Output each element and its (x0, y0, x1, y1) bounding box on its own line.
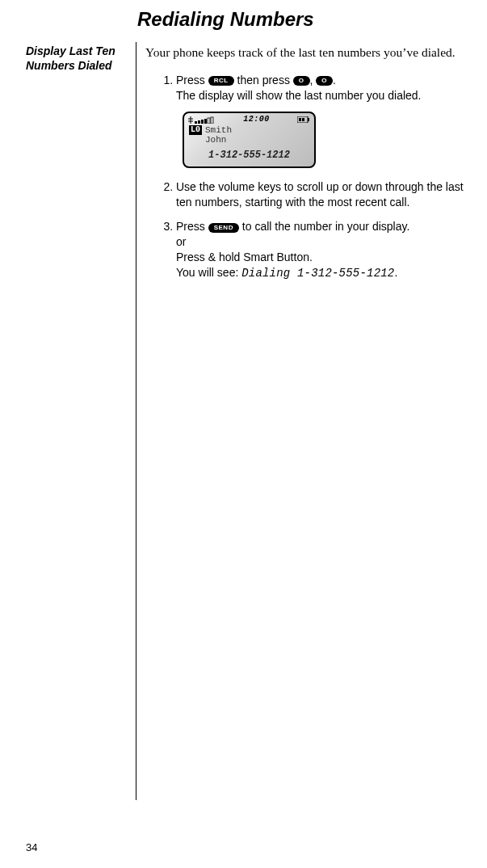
dialing-readout: Dialing 1-312-555-1212 (241, 267, 394, 280)
status-time: 12:00 (243, 114, 270, 125)
step3-text-a: Press (176, 220, 208, 233)
battery-icon (297, 116, 310, 123)
send-key-icon: SEND (208, 223, 239, 233)
svg-rect-10 (299, 118, 301, 121)
step-3: Press SEND to call the number in your di… (176, 219, 468, 281)
page-number: 34 (26, 841, 37, 853)
svg-rect-7 (208, 118, 210, 124)
svg-rect-11 (302, 118, 304, 121)
contact-first-name: John (205, 135, 226, 145)
step3-line3a: You will see: (176, 266, 241, 279)
step3-line3c: . (394, 266, 397, 279)
svg-rect-5 (201, 120, 204, 124)
step3-or: or (176, 235, 186, 248)
steps-list: Press RCL then press O, O. The display w… (145, 73, 468, 281)
phone-display-illustration: 12:00 L0 Smith John 1-312-555 (183, 112, 316, 168)
status-bar: 12:00 (188, 116, 310, 124)
step1-text-b: then press (234, 74, 293, 86)
step1-text-c: , (310, 74, 317, 86)
zero-key-icon: O (293, 76, 310, 86)
rcl-key-icon: RCL (208, 76, 234, 86)
memory-slot-badge: L0 (189, 125, 202, 135)
step1-text-a: Press (176, 74, 208, 86)
zero-key-icon: O (316, 76, 333, 86)
step1-line2: The display will show the last number yo… (176, 89, 422, 102)
contact-last-name: Smith (205, 125, 232, 135)
step3-line2: Press & hold Smart Button. (176, 251, 313, 263)
svg-rect-12 (308, 118, 309, 121)
sidebar-heading: Display Last Ten Numbers Dialed (26, 44, 131, 73)
display-phone-number: 1-312-555-1212 (184, 149, 314, 162)
signal-icon (188, 116, 216, 124)
step3-text-b: to call the number in your display. (239, 220, 409, 233)
svg-rect-4 (198, 120, 200, 124)
svg-rect-3 (195, 121, 197, 124)
contact-name: Smith John (205, 125, 232, 145)
svg-rect-8 (211, 117, 213, 124)
step-1: Press RCL then press O, O. The display w… (176, 73, 468, 168)
main-content: Your phone keeps track of the last ten n… (145, 44, 468, 291)
page-title: Redialing Numbers (137, 8, 314, 31)
step1-text-d: . (333, 74, 336, 86)
vertical-divider (136, 42, 136, 800)
step-2: Use the volume keys to scroll up or down… (176, 179, 468, 210)
svg-rect-6 (204, 119, 207, 124)
intro-text: Your phone keeps track of the last ten n… (145, 44, 468, 61)
